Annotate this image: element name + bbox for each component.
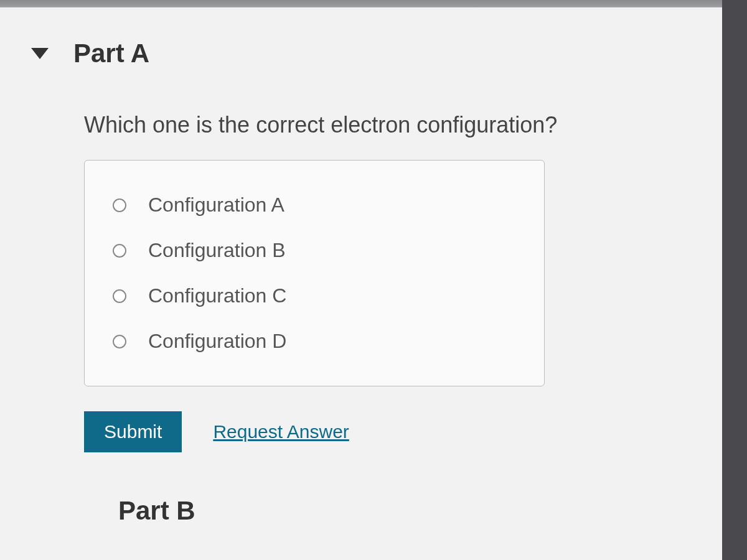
page-container: Part A Which one is the correct electron…	[0, 0, 747, 560]
option-row-c[interactable]: Configuration C	[113, 273, 516, 319]
radio-option-a[interactable]	[113, 198, 126, 212]
part-b-header: Part B	[0, 452, 722, 526]
caret-down-icon[interactable]	[31, 48, 49, 59]
option-label: Configuration A	[148, 194, 284, 217]
part-b-title: Part B	[118, 496, 195, 526]
button-row: Submit Request Answer	[84, 411, 685, 452]
option-label: Configuration D	[148, 330, 286, 353]
top-bar	[0, 0, 722, 7]
radio-option-c[interactable]	[113, 289, 126, 303]
option-label: Configuration B	[148, 239, 286, 262]
option-label: Configuration C	[148, 284, 286, 307]
submit-button[interactable]: Submit	[84, 411, 182, 452]
radio-option-d[interactable]	[113, 335, 126, 348]
request-answer-link[interactable]: Request Answer	[213, 421, 349, 442]
question-text: Which one is the correct electron config…	[84, 112, 685, 138]
part-a-header: Part A	[0, 7, 722, 100]
radio-option-b[interactable]	[113, 244, 126, 258]
option-row-a[interactable]: Configuration A	[113, 182, 516, 228]
option-row-b[interactable]: Configuration B	[113, 228, 516, 273]
options-box: Configuration A Configuration B Configur…	[84, 160, 545, 386]
part-a-title: Part A	[73, 39, 149, 68]
option-row-d[interactable]: Configuration D	[113, 319, 516, 364]
part-a-content: Which one is the correct electron config…	[0, 100, 722, 452]
